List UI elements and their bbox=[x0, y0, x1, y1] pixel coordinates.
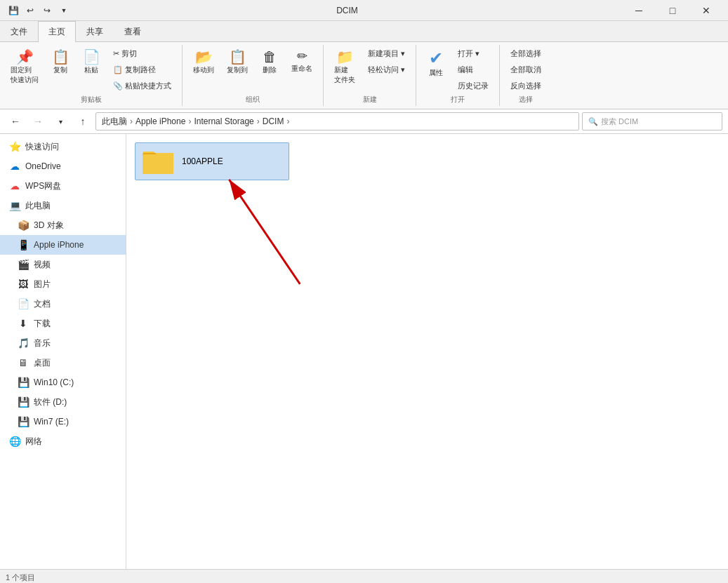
maximize-button[interactable]: □ bbox=[656, 0, 689, 21]
ribbon-content: 📌 固定到快速访问 📋 复制 📄 粘贴 ✂ 剪切 📋 复制路径 📎 粘贴快捷方式 bbox=[0, 42, 728, 109]
qat-dropdown-button[interactable]: ▼ bbox=[56, 3, 72, 18]
up-button[interactable]: ↑ bbox=[73, 112, 93, 130]
pin-icon: 📌 bbox=[16, 50, 34, 64]
organize-group: 📂 移动到 📋 复制到 🗑 删除 ✏ 重命名 组织 bbox=[183, 45, 324, 106]
properties-icon: ✔ bbox=[429, 50, 443, 67]
star-icon: ⭐ bbox=[8, 141, 21, 152]
recent-locations-button[interactable]: ▾ bbox=[51, 112, 70, 130]
drive-d-icon: 💾 bbox=[17, 396, 29, 408]
new-folder-button[interactable]: 📁 新建文件夹 bbox=[329, 46, 360, 88]
ribbon-tab-bar: 文件 主页 共享 查看 bbox=[0, 21, 728, 42]
drive-e-icon: 💾 bbox=[17, 416, 29, 427]
open-group: ✔ 属性 打开 ▾ 编辑 历史记录 打开 bbox=[416, 45, 500, 106]
select-group: 全部选择 全部取消 反向选择 选择 bbox=[500, 45, 552, 106]
rename-icon: ✏ bbox=[297, 50, 307, 62]
forward-button[interactable]: → bbox=[28, 112, 48, 130]
svg-rect-1 bbox=[143, 154, 173, 174]
sidebar-item-software-d[interactable]: 💾 软件 (D:) bbox=[0, 392, 126, 412]
paste-icon: 📄 bbox=[83, 50, 100, 64]
select-all-button[interactable]: 全部选择 bbox=[505, 46, 546, 61]
download-icon: ⬇ bbox=[17, 318, 29, 329]
organize-group-label: 组织 bbox=[188, 93, 317, 105]
close-button[interactable]: ✕ bbox=[690, 0, 722, 21]
path-storage[interactable]: Internal Storage bbox=[194, 116, 253, 126]
deselect-all-button[interactable]: 全部取消 bbox=[505, 62, 546, 77]
search-box[interactable]: 🔍 搜索 DCIM bbox=[582, 112, 722, 130]
sidebar-item-desktop[interactable]: 🖥 桌面 bbox=[0, 353, 126, 373]
sidebar-item-videos[interactable]: 🎬 视频 bbox=[0, 255, 126, 274]
folder-icon-100apple bbox=[143, 147, 176, 175]
paste-button[interactable]: 📄 粘贴 bbox=[77, 46, 105, 79]
undo-button[interactable]: ↩ bbox=[22, 3, 38, 18]
open-button[interactable]: 打开 ▾ bbox=[453, 46, 494, 61]
main-layout: ⭐ 快速访问 ☁ OneDrive ☁ WPS网盘 💻 此电脑 📦 3D 对象 … bbox=[0, 134, 728, 569]
new-group: 📁 新建文件夹 新建项目 ▾ 轻松访问 ▾ 新建 bbox=[324, 45, 416, 106]
sidebar-item-onedrive[interactable]: ☁ OneDrive bbox=[0, 156, 126, 176]
tab-file[interactable]: 文件 bbox=[0, 21, 38, 42]
delete-button[interactable]: 🗑 删除 bbox=[256, 46, 284, 79]
easy-access-button[interactable]: 轻松访问 ▾ bbox=[363, 62, 410, 77]
path-iphone[interactable]: Apple iPhone bbox=[135, 116, 185, 126]
paste-shortcut-button[interactable]: 📎 粘贴快捷方式 bbox=[108, 79, 176, 93]
sidebar-item-music[interactable]: 🎵 音乐 bbox=[0, 333, 126, 353]
sidebar-item-apple-iphone[interactable]: 📱 Apple iPhone bbox=[0, 235, 126, 255]
sidebar-item-this-pc[interactable]: 💻 此电脑 bbox=[0, 196, 126, 215]
copy-to-button[interactable]: 📋 复制到 bbox=[222, 46, 253, 79]
clipboard-group: 📌 固定到快速访问 📋 复制 📄 粘贴 ✂ 剪切 📋 复制路径 📎 粘贴快捷方式 bbox=[0, 45, 183, 106]
copy-button[interactable]: 📋 复制 bbox=[46, 46, 74, 79]
search-icon: 🔍 bbox=[588, 117, 598, 126]
path-computer[interactable]: 此电脑 bbox=[102, 116, 127, 128]
sidebar-item-documents[interactable]: 📄 文档 bbox=[0, 294, 126, 314]
cloud-icon: ☁ bbox=[8, 161, 21, 172]
3d-icon: 📦 bbox=[17, 220, 29, 231]
status-bar: 1 个项目 bbox=[0, 569, 728, 583]
address-path[interactable]: 此电脑 › Apple iPhone › Internal Storage › … bbox=[95, 112, 579, 130]
new-folder-icon: 📁 bbox=[336, 50, 354, 64]
back-button[interactable]: ← bbox=[6, 112, 25, 130]
content-wrapper: 100APPLE bbox=[135, 142, 720, 561]
sidebar-item-win10[interactable]: 💾 Win10 (C:) bbox=[0, 373, 126, 392]
pin-to-quick-access-button[interactable]: 📌 固定到快速访问 bbox=[6, 46, 44, 88]
computer-icon: 💻 bbox=[8, 200, 21, 211]
path-dcim[interactable]: DCIM bbox=[263, 116, 284, 126]
folder-name-100apple: 100APPLE bbox=[182, 156, 223, 166]
invert-selection-button[interactable]: 反向选择 bbox=[505, 79, 546, 93]
content-area: 100APPLE bbox=[126, 134, 728, 569]
search-placeholder: 搜索 DCIM bbox=[601, 116, 638, 127]
move-icon: 📂 bbox=[195, 50, 213, 64]
music-icon: 🎵 bbox=[17, 337, 29, 349]
sidebar-item-downloads[interactable]: ⬇ 下载 bbox=[0, 314, 126, 333]
video-icon: 🎬 bbox=[17, 259, 29, 270]
tab-home[interactable]: 主页 bbox=[38, 21, 76, 42]
tab-view[interactable]: 查看 bbox=[114, 21, 152, 42]
picture-icon: 🖼 bbox=[17, 279, 29, 290]
sidebar-item-network[interactable]: 🌐 网络 bbox=[0, 431, 126, 451]
rename-button[interactable]: ✏ 重命名 bbox=[286, 46, 317, 77]
window-title: DCIM bbox=[72, 6, 623, 15]
wps-cloud-icon: ☁ bbox=[8, 180, 21, 192]
redo-button[interactable]: ↪ bbox=[39, 3, 55, 18]
edit-button[interactable]: 编辑 bbox=[453, 62, 494, 77]
minimize-button[interactable]: ─ bbox=[623, 0, 655, 21]
properties-button[interactable]: ✔ 属性 bbox=[422, 46, 450, 81]
sidebar-item-3d-objects[interactable]: 📦 3D 对象 bbox=[0, 215, 126, 235]
open-group-label: 打开 bbox=[422, 93, 494, 105]
clipboard-group-label: 剪贴板 bbox=[6, 93, 176, 105]
network-icon: 🌐 bbox=[8, 436, 21, 447]
folder-item-100apple[interactable]: 100APPLE bbox=[135, 142, 289, 180]
sidebar-item-wps[interactable]: ☁ WPS网盘 bbox=[0, 176, 126, 196]
phone-icon: 📱 bbox=[17, 239, 29, 250]
folder-grid: 100APPLE bbox=[135, 142, 720, 180]
new-item-button[interactable]: 新建项目 ▾ bbox=[363, 46, 410, 61]
save-button[interactable]: 💾 bbox=[6, 3, 21, 18]
history-button[interactable]: 历史记录 bbox=[453, 79, 494, 93]
address-bar: ← → ▾ ↑ 此电脑 › Apple iPhone › Internal St… bbox=[0, 109, 728, 134]
copy-path-button[interactable]: 📋 复制路径 bbox=[108, 62, 176, 77]
tab-share[interactable]: 共享 bbox=[76, 21, 114, 42]
sidebar-item-win7[interactable]: 💾 Win7 (E:) bbox=[0, 412, 126, 431]
window-controls: ─ □ ✕ bbox=[623, 0, 722, 21]
move-to-button[interactable]: 📂 移动到 bbox=[188, 46, 219, 79]
sidebar-item-quick-access[interactable]: ⭐ 快速访问 bbox=[0, 137, 126, 156]
cut-button[interactable]: ✂ 剪切 bbox=[108, 46, 176, 61]
sidebar-item-pictures[interactable]: 🖼 图片 bbox=[0, 274, 126, 294]
